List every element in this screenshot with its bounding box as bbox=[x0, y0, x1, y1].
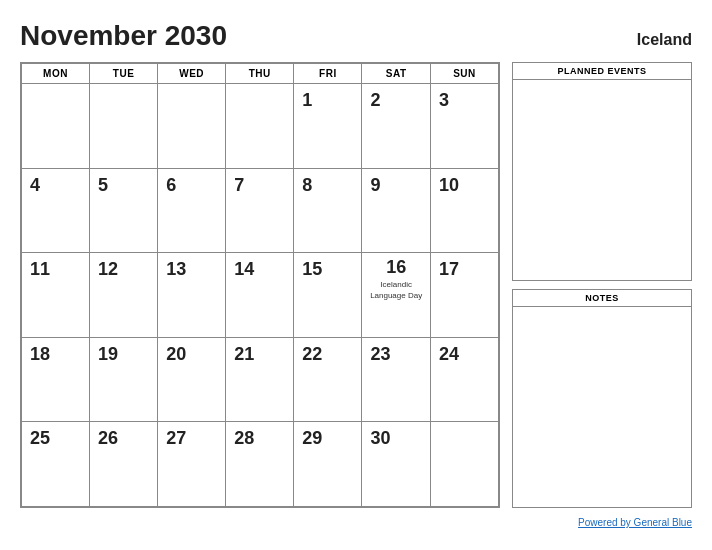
general-blue-link[interactable]: Powered by General Blue bbox=[578, 517, 692, 528]
day-10: 10 bbox=[430, 168, 498, 253]
day-4: 4 bbox=[22, 168, 90, 253]
week-row-1: 1 2 3 bbox=[22, 84, 499, 169]
main-content: MON TUE WED THU FRI SAT SUN bbox=[20, 62, 692, 508]
day-empty bbox=[90, 84, 158, 169]
planned-events-content bbox=[513, 80, 691, 280]
day-21: 21 bbox=[226, 337, 294, 422]
day-16: 16 IcelandicLanguage Day bbox=[362, 253, 431, 338]
country-title: Iceland bbox=[637, 31, 692, 49]
calendar-section: MON TUE WED THU FRI SAT SUN bbox=[20, 62, 500, 508]
col-sat: SAT bbox=[362, 64, 431, 84]
day-19: 19 bbox=[90, 337, 158, 422]
day-22: 22 bbox=[294, 337, 362, 422]
day-empty bbox=[430, 422, 498, 507]
day-18: 18 bbox=[22, 337, 90, 422]
calendar-grid: MON TUE WED THU FRI SAT SUN bbox=[21, 63, 499, 507]
day-6: 6 bbox=[158, 168, 226, 253]
day-5: 5 bbox=[90, 168, 158, 253]
col-mon: MON bbox=[22, 64, 90, 84]
col-thu: THU bbox=[226, 64, 294, 84]
day-29: 29 bbox=[294, 422, 362, 507]
day-9: 9 bbox=[362, 168, 431, 253]
planned-events-box: PLANNED EVENTS bbox=[512, 62, 692, 281]
col-sun: SUN bbox=[430, 64, 498, 84]
day-25: 25 bbox=[22, 422, 90, 507]
calendar-header: November 2030 Iceland bbox=[20, 20, 692, 52]
notes-title: NOTES bbox=[513, 290, 691, 307]
month-title: November 2030 bbox=[20, 20, 227, 52]
event-icelandic-language-day: IcelandicLanguage Day bbox=[366, 280, 426, 301]
col-tue: TUE bbox=[90, 64, 158, 84]
day-8: 8 bbox=[294, 168, 362, 253]
day-26: 26 bbox=[90, 422, 158, 507]
day-27: 27 bbox=[158, 422, 226, 507]
day-20: 20 bbox=[158, 337, 226, 422]
day-30: 30 bbox=[362, 422, 431, 507]
notes-box: NOTES bbox=[512, 289, 692, 508]
day-2: 2 bbox=[362, 84, 431, 169]
week-row-4: 18 19 20 21 22 23 24 bbox=[22, 337, 499, 422]
week-row-3: 11 12 13 14 15 16 IcelandicLanguage Day … bbox=[22, 253, 499, 338]
day-15: 15 bbox=[294, 253, 362, 338]
day-14: 14 bbox=[226, 253, 294, 338]
sidebar: PLANNED EVENTS NOTES bbox=[512, 62, 692, 508]
col-fri: FRI bbox=[294, 64, 362, 84]
days-header-row: MON TUE WED THU FRI SAT SUN bbox=[22, 64, 499, 84]
day-1: 1 bbox=[294, 84, 362, 169]
day-empty bbox=[226, 84, 294, 169]
day-7: 7 bbox=[226, 168, 294, 253]
day-empty bbox=[158, 84, 226, 169]
planned-events-title: PLANNED EVENTS bbox=[513, 63, 691, 80]
day-11: 11 bbox=[22, 253, 90, 338]
day-13: 13 bbox=[158, 253, 226, 338]
day-17: 17 bbox=[430, 253, 498, 338]
week-row-5: 25 26 27 28 29 30 bbox=[22, 422, 499, 507]
calendar-page: November 2030 Iceland MON TUE WED THU FR… bbox=[0, 0, 712, 550]
day-3: 3 bbox=[430, 84, 498, 169]
day-23: 23 bbox=[362, 337, 431, 422]
day-28: 28 bbox=[226, 422, 294, 507]
notes-content bbox=[513, 307, 691, 507]
footer: Powered by General Blue bbox=[20, 508, 692, 530]
week-row-2: 4 5 6 7 8 9 10 bbox=[22, 168, 499, 253]
col-wed: WED bbox=[158, 64, 226, 84]
day-24: 24 bbox=[430, 337, 498, 422]
day-12: 12 bbox=[90, 253, 158, 338]
day-empty bbox=[22, 84, 90, 169]
